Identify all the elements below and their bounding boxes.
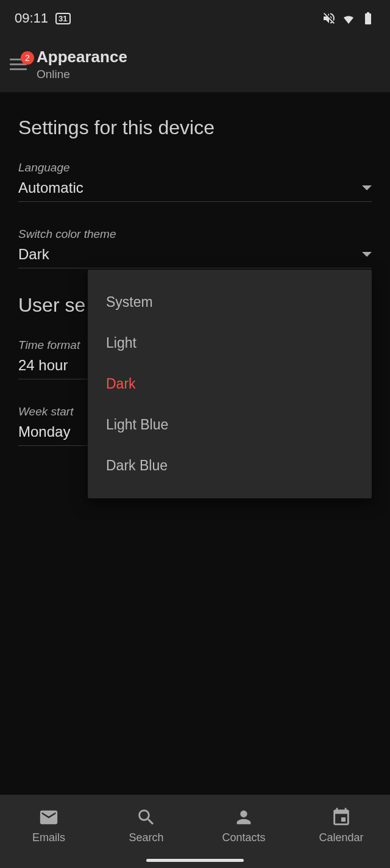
status-bar: 09:11 31: [0, 0, 390, 37]
notification-badge: 2: [21, 51, 34, 65]
time-format-label: Time format: [18, 339, 87, 352]
status-left: 09:11 31: [15, 10, 71, 26]
page-title: Appearance: [37, 48, 127, 66]
language-label: Language: [18, 161, 372, 174]
theme-option-light-blue[interactable]: Light Blue: [88, 404, 372, 445]
language-value: Automatic: [18, 179, 83, 196]
nav-search[interactable]: Search: [98, 807, 195, 844]
bottom-navigation: Emails Search Contacts Calendar: [0, 795, 390, 868]
theme-option-dark[interactable]: Dark: [88, 364, 372, 404]
week-start-setting[interactable]: Week start Monday: [18, 405, 87, 446]
header-text: Appearance Online: [37, 48, 127, 81]
theme-setting[interactable]: Switch color theme Dark: [18, 228, 372, 268]
menu-button[interactable]: 2: [9, 55, 28, 74]
nav-calendar-label: Calendar: [319, 831, 363, 844]
theme-value: Dark: [18, 246, 49, 263]
nav-search-label: Search: [129, 831, 163, 844]
battery-icon: [361, 11, 375, 26]
time-format-setting[interactable]: Time format 24 hour: [18, 339, 87, 379]
time-format-value: 24 hour: [18, 357, 68, 374]
status-time: 09:11: [15, 10, 48, 26]
search-icon: [136, 807, 157, 828]
theme-dropdown-menu: System Light Dark Light Blue Dark Blue: [88, 270, 372, 498]
mute-icon: [322, 11, 336, 26]
section-title-device: Settings for this device: [18, 117, 372, 139]
chevron-down-icon: [362, 185, 372, 190]
calendar-icon: [331, 807, 352, 828]
app-header: 2 Appearance Online: [0, 37, 390, 92]
language-setting[interactable]: Language Automatic: [18, 161, 372, 202]
nav-calendar[interactable]: Calendar: [292, 807, 390, 844]
theme-option-dark-blue[interactable]: Dark Blue: [88, 445, 372, 486]
wifi-icon: [341, 11, 356, 26]
contacts-icon: [233, 807, 254, 828]
nav-contacts-label: Contacts: [222, 831, 265, 844]
theme-option-system[interactable]: System: [88, 282, 372, 323]
home-indicator[interactable]: [146, 859, 244, 862]
chevron-down-icon: [362, 252, 372, 257]
email-icon: [38, 807, 59, 828]
theme-label: Switch color theme: [18, 228, 372, 241]
calendar-day-icon: 31: [55, 13, 70, 24]
nav-emails-label: Emails: [32, 831, 65, 844]
nav-emails[interactable]: Emails: [0, 807, 98, 844]
week-start-value: Monday: [18, 423, 70, 440]
status-text: Online: [37, 68, 127, 81]
nav-contacts[interactable]: Contacts: [195, 807, 292, 844]
theme-option-light[interactable]: Light: [88, 323, 372, 364]
week-start-label: Week start: [18, 405, 87, 418]
status-right: [322, 11, 375, 26]
